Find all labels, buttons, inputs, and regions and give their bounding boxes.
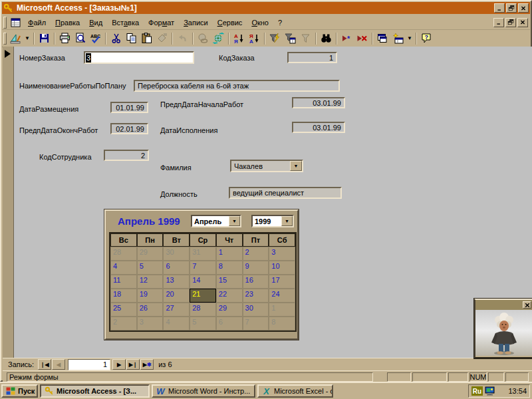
calendar-month-dropdown-icon[interactable]: ▼ xyxy=(229,216,240,226)
taskbar-clock[interactable]: 13:54 xyxy=(508,387,527,395)
calendar-day-cell[interactable]: 1 xyxy=(216,247,243,261)
new-object-button[interactable] xyxy=(390,31,406,46)
format-painter-button[interactable] xyxy=(154,31,170,46)
calendar-day-cell[interactable]: 28 xyxy=(190,303,216,317)
calendar-day-cell[interactable]: 5 xyxy=(137,261,164,275)
mdi-minimize-button[interactable] xyxy=(493,18,504,27)
combo-familiya-dropdown-icon[interactable]: ▼ xyxy=(290,161,302,171)
new-record-button[interactable]: * xyxy=(339,31,354,46)
menu-item-Окно[interactable]: Окно xyxy=(247,17,273,29)
calendar-day-cell[interactable]: 11 xyxy=(110,275,137,289)
calendar-day-cell[interactable]: 7 xyxy=(243,317,269,331)
picture-window-title-bar[interactable] xyxy=(475,300,532,310)
menu-item-Формат[interactable]: Формат xyxy=(144,17,179,29)
paste-button[interactable] xyxy=(139,31,154,46)
calendar-day-cell[interactable]: 13 xyxy=(163,275,190,289)
calendar-day-cell[interactable]: 12 xyxy=(137,275,164,289)
menu-item-?[interactable]: ? xyxy=(273,17,287,29)
calendar-day-cell[interactable]: 24 xyxy=(269,289,295,303)
insert-hyperlink-button[interactable] xyxy=(196,31,211,46)
calendar-day-cell[interactable]: 3 xyxy=(137,317,164,331)
minimize-button[interactable] xyxy=(494,3,505,13)
calendar-day-cell[interactable]: 8 xyxy=(216,261,243,275)
task-word[interactable]: W Microsoft Word - Инстр... xyxy=(152,384,255,398)
menu-item-Файл[interactable]: Файл xyxy=(23,17,51,29)
print-button[interactable] xyxy=(57,31,72,46)
find-button[interactable] xyxy=(319,31,334,46)
calendar-day-cell[interactable]: 20 xyxy=(163,289,190,303)
calendar-day-cell[interactable]: 28 xyxy=(110,247,137,261)
previous-record-button[interactable]: ◀ xyxy=(52,359,65,370)
help-button[interactable]: ? xyxy=(419,31,434,46)
calendar-day-cell[interactable]: 16 xyxy=(243,275,269,289)
web-toolbar-button[interactable] xyxy=(211,31,226,46)
calendar-day-cell[interactable]: 10 xyxy=(269,261,295,275)
calendar-day-cell[interactable]: 15 xyxy=(216,275,243,289)
calendar-year-select[interactable]: 1999 ▼ xyxy=(251,215,294,227)
close-button[interactable] xyxy=(518,3,529,13)
task-excel[interactable]: X Microsoft Excel - описа... xyxy=(257,384,333,398)
calendar-day-cell[interactable]: 21 xyxy=(190,289,216,303)
filter-by-selection-button[interactable] xyxy=(267,31,283,46)
record-selector-bar[interactable] xyxy=(3,47,14,358)
calendar-day-cell[interactable]: 22 xyxy=(216,289,243,303)
apply-filter-button[interactable] xyxy=(298,31,313,46)
calendar-day-cell[interactable]: 23 xyxy=(243,289,269,303)
view-dropdown-button[interactable]: ▼ xyxy=(23,31,31,46)
spelling-button[interactable]: ABC xyxy=(88,31,103,46)
save-button[interactable] xyxy=(37,31,52,46)
database-window-button[interactable] xyxy=(375,31,390,46)
form-system-icon[interactable] xyxy=(11,18,21,27)
mdi-close-button[interactable] xyxy=(517,18,528,27)
calendar-day-cell[interactable]: 5 xyxy=(190,317,216,331)
toolbar-grip[interactable] xyxy=(3,33,7,45)
field-naimenovanie[interactable]: Переброска кабеля на 6-ой этаж xyxy=(134,80,340,92)
last-record-button[interactable]: ▶❘ xyxy=(126,359,140,370)
filter-by-form-button[interactable] xyxy=(283,31,298,46)
menu-item-Записи[interactable]: Записи xyxy=(179,17,213,29)
calendar-day-cell[interactable]: 19 xyxy=(137,289,164,303)
picture-window-close-button[interactable] xyxy=(523,301,531,309)
calendar-day-cell[interactable]: 9 xyxy=(243,261,269,275)
display-tray-icon[interactable] xyxy=(485,386,495,396)
undo-button[interactable] xyxy=(175,31,190,46)
menu-grip[interactable] xyxy=(3,17,7,29)
field-data-razmeshcheniya[interactable]: 01.01.99 xyxy=(110,102,148,113)
calendar-day-cell[interactable]: 14 xyxy=(190,275,216,289)
calendar-day-cell[interactable]: 8 xyxy=(269,317,295,331)
field-kod-sotrudnika[interactable]: 2 xyxy=(104,150,149,161)
calendar-day-cell[interactable]: 27 xyxy=(163,303,190,317)
calendar-day-cell[interactable]: 3 xyxy=(269,247,295,261)
menu-item-Вид[interactable]: Вид xyxy=(84,17,107,29)
view-design-button[interactable] xyxy=(8,31,23,46)
calendar-day-cell[interactable]: 2 xyxy=(243,247,269,261)
print-preview-button[interactable] xyxy=(72,31,88,46)
calendar-day-cell[interactable]: 6 xyxy=(163,261,190,275)
input-nomer-zakaza[interactable]: 3 xyxy=(84,51,194,64)
field-data-ispolneniya[interactable]: 03.01.99 xyxy=(292,122,345,133)
calendar-day-cell[interactable]: 6 xyxy=(216,317,243,331)
sort-ascending-button[interactable]: АЯ xyxy=(231,31,247,46)
calendar-day-cell[interactable]: 4 xyxy=(110,261,137,275)
calendar-day-cell[interactable]: 4 xyxy=(163,317,190,331)
field-kod-zakaza[interactable]: 1 xyxy=(287,52,337,63)
new-object-dropdown-button[interactable]: ▼ xyxy=(406,31,414,46)
copy-button[interactable] xyxy=(124,31,139,46)
calendar-day-cell[interactable]: 26 xyxy=(137,303,164,317)
menu-item-Сервис[interactable]: Сервис xyxy=(213,17,247,29)
calendar-day-cell[interactable]: 31 xyxy=(190,247,216,261)
menu-item-Вставка[interactable]: Вставка xyxy=(107,17,144,29)
sort-descending-button[interactable]: ЯА xyxy=(247,31,262,46)
first-record-button[interactable]: ❘◀ xyxy=(38,359,51,370)
language-indicator[interactable]: Ru xyxy=(471,386,483,396)
current-record-input[interactable]: 1 xyxy=(68,359,110,370)
new-record-nav-button[interactable]: ▶✱ xyxy=(140,359,154,370)
calendar-day-cell[interactable]: 17 xyxy=(269,275,295,289)
delete-record-button[interactable] xyxy=(354,31,370,46)
calendar-day-cell[interactable]: 7 xyxy=(190,261,216,275)
mdi-restore-button[interactable] xyxy=(505,18,516,27)
calendar-year-dropdown-icon[interactable]: ▼ xyxy=(281,216,293,226)
task-access[interactable]: Microsoft Access - [З... xyxy=(40,384,150,398)
calendar-day-cell[interactable]: 2 xyxy=(110,317,137,331)
combo-familiya[interactable]: Чакалев ▼ xyxy=(230,160,303,172)
